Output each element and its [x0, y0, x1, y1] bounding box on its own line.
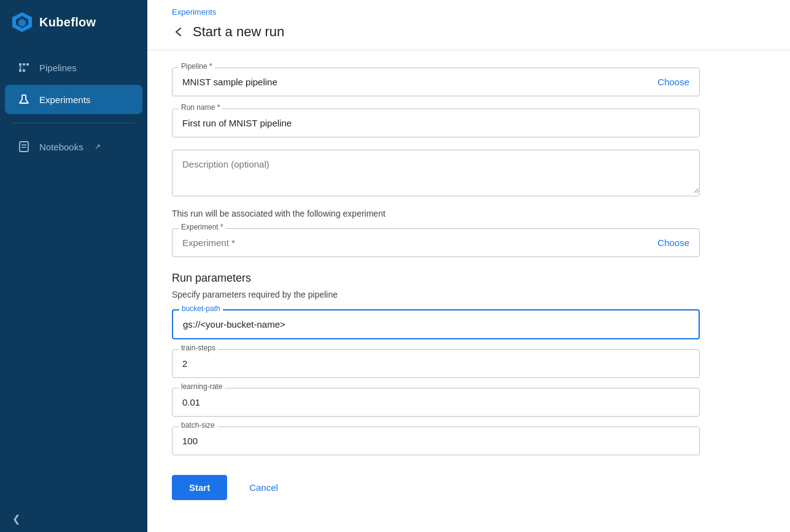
pipeline-field-group: Pipeline * Choose	[172, 67, 700, 96]
pipelines-icon	[17, 61, 31, 74]
experiment-input[interactable]	[172, 229, 648, 256]
param-field-group-bucket-path: bucket-path	[172, 309, 700, 339]
svg-rect-5	[26, 63, 29, 66]
sidebar-item-experiments-label: Experiments	[39, 94, 90, 105]
param-field-group-train-steps: train-steps	[172, 349, 700, 378]
sidebar-item-notebooks[interactable]: Notebooks ↗	[5, 132, 142, 161]
collapse-icon: ❮	[12, 513, 20, 525]
sidebar-item-experiments[interactable]: Experiments	[5, 85, 142, 114]
experiments-icon	[17, 93, 31, 106]
svg-rect-4	[23, 63, 25, 66]
experiment-field-label: Experiment *	[179, 223, 226, 231]
back-button[interactable]	[172, 25, 185, 39]
param-label-learning-rate: learning-rate	[179, 382, 225, 391]
sidebar-item-pipelines-label: Pipelines	[39, 63, 77, 73]
page-header: Start a new run	[147, 19, 790, 50]
pipeline-field-label: Pipeline *	[179, 62, 215, 71]
params-container: bucket-pathtrain-stepslearning-ratebatch…	[172, 309, 700, 455]
kubeflow-logo-icon	[11, 11, 33, 33]
run-name-field-group: Run name *	[172, 109, 700, 137]
param-input-train-steps[interactable]	[172, 350, 699, 377]
start-button[interactable]: Start	[172, 475, 227, 500]
param-input-batch-size[interactable]	[172, 427, 699, 455]
sidebar-divider	[12, 123, 135, 123]
action-row: Start Cancel	[172, 475, 700, 500]
svg-rect-3	[19, 63, 21, 66]
page-title: Start a new run	[193, 24, 284, 40]
experiment-field-group: Experiment * Choose	[172, 228, 700, 257]
run-parameters-desc: Specify parameters required by the pipel…	[172, 290, 700, 299]
run-parameters-title: Run parameters	[172, 272, 700, 285]
notebooks-icon	[17, 140, 31, 153]
breadcrumb[interactable]: Experiments	[147, 0, 790, 19]
logo-text: Kubeflow	[39, 15, 96, 29]
run-name-input[interactable]	[172, 109, 699, 137]
sidebar-nav: Pipelines Experiments Notebooks ↗	[0, 52, 147, 532]
description-field-group	[172, 150, 700, 196]
back-arrow-icon	[172, 25, 185, 39]
svg-rect-9	[23, 69, 25, 72]
svg-rect-11	[20, 142, 28, 152]
svg-rect-7	[19, 69, 21, 72]
description-input[interactable]	[172, 150, 699, 193]
param-input-learning-rate[interactable]	[172, 388, 699, 416]
pipeline-choose-button[interactable]: Choose	[648, 68, 699, 96]
experiment-info-text: This run will be associated with the fol…	[172, 209, 700, 218]
param-label-train-steps: train-steps	[179, 344, 218, 352]
svg-line-8	[20, 66, 24, 69]
form-area: Pipeline * Choose Run name * This run wi…	[147, 50, 724, 525]
cancel-button[interactable]: Cancel	[237, 475, 290, 500]
sidebar-item-notebooks-label: Notebooks	[39, 142, 83, 152]
external-link-icon: ↗	[95, 142, 101, 151]
pipeline-input[interactable]	[172, 68, 648, 96]
main-content: Experiments Start a new run Pipeline * C…	[147, 0, 790, 532]
logo: Kubeflow	[0, 0, 147, 44]
param-field-group-batch-size: batch-size	[172, 426, 700, 455]
param-label-bucket-path: bucket-path	[179, 304, 223, 313]
param-input-bucket-path[interactable]	[173, 310, 699, 338]
run-name-field-label: Run name *	[179, 103, 222, 112]
param-label-batch-size: batch-size	[179, 421, 217, 430]
sidebar-collapse-button[interactable]: ❮	[0, 506, 147, 532]
sidebar: Kubeflow Pipelines	[0, 0, 147, 532]
sidebar-item-pipelines[interactable]: Pipelines	[5, 53, 142, 82]
experiment-choose-button[interactable]: Choose	[648, 229, 699, 256]
param-field-group-learning-rate: learning-rate	[172, 388, 700, 417]
